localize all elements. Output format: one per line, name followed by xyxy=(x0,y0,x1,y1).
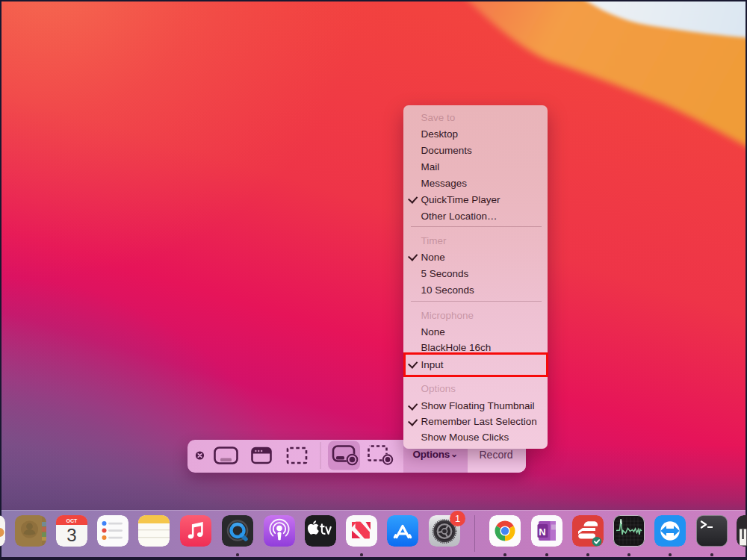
svg-text:3: 3 xyxy=(66,525,76,545)
svg-text:N: N xyxy=(539,526,545,538)
svg-text:OCT: OCT xyxy=(66,518,78,523)
